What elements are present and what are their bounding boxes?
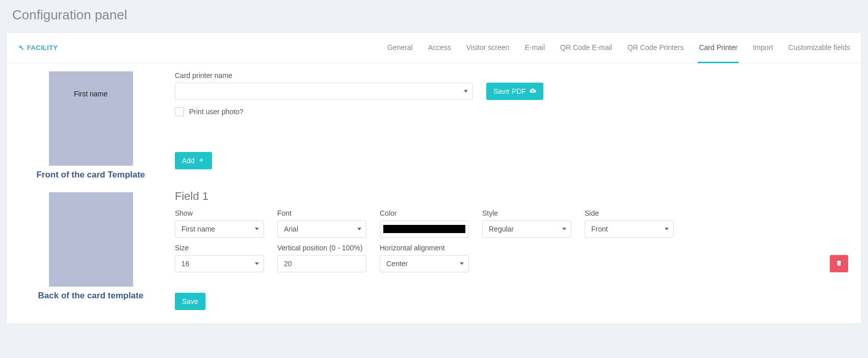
delete-row [175, 255, 851, 272]
printer-name-label: Card printer name [175, 71, 473, 80]
tab-import[interactable]: Import [752, 33, 774, 63]
cloud-download-icon [529, 87, 536, 96]
tab-qr-email[interactable]: QR Code E-mail [559, 33, 613, 63]
font-label: Font [277, 209, 366, 217]
card-front-preview-text: First name [49, 90, 133, 98]
preview-column: First name Front of the card Template Ba… [17, 71, 165, 313]
print-photo-checkbox[interactable] [175, 107, 184, 116]
printer-name-select[interactable] [175, 83, 473, 100]
facility-label-text: FACILITY [27, 44, 58, 52]
vpos-input[interactable] [277, 255, 366, 272]
save-pdf-button[interactable]: Save PDF [486, 83, 543, 100]
show-label: Show [175, 209, 264, 217]
panel-header: FACILITY General Access Visitor screen E… [7, 33, 861, 63]
card-front-preview: First name [49, 71, 133, 166]
style-select[interactable]: Regular [482, 220, 571, 238]
tab-custom-fields[interactable]: Customizable fields [787, 33, 851, 63]
tab-email[interactable]: E-mail [523, 33, 546, 63]
halign-label: Horizontal alignment [380, 244, 469, 252]
tabs: General Access Visitor screen E-mail QR … [386, 33, 851, 63]
print-photo-label: Print user photo? [189, 108, 244, 116]
tab-general[interactable]: General [386, 33, 414, 63]
print-photo-row: Print user photo? [175, 107, 851, 116]
size-label: Size [175, 244, 264, 252]
form-column: Card printer name Save PDF Print [175, 71, 851, 313]
card-back-caption: Back of the card template [38, 291, 144, 301]
tab-access[interactable]: Access [427, 33, 452, 63]
delete-field-button[interactable] [830, 255, 848, 272]
color-input[interactable] [380, 220, 469, 238]
add-label: Add [182, 157, 195, 165]
card-front-caption: Front of the card Template [36, 170, 145, 180]
save-label: Save [182, 297, 198, 305]
tab-visitor-screen[interactable]: Visitor screen [465, 33, 511, 63]
halign-select[interactable]: Center [380, 255, 469, 272]
side-select[interactable]: Front [585, 220, 674, 238]
field1-title: Field 1 [175, 190, 851, 203]
size-select[interactable]: 16 [175, 255, 264, 272]
font-select[interactable]: Arial [277, 220, 366, 238]
save-pdf-label: Save PDF [493, 87, 526, 95]
facility-heading: FACILITY [17, 34, 58, 61]
tab-card-printer[interactable]: Card Printer [698, 33, 738, 63]
plus-icon [198, 157, 205, 165]
save-button[interactable]: Save [175, 293, 205, 310]
printer-row: Card printer name Save PDF [175, 71, 851, 100]
trash-icon [835, 260, 843, 268]
panel-body: First name Front of the card Template Ba… [7, 63, 861, 323]
color-swatch [383, 225, 465, 233]
vpos-label: Vertical position (0 - 100%) [277, 244, 366, 252]
show-select[interactable]: First name [175, 220, 264, 238]
config-panel: FACILITY General Access Visitor screen E… [6, 32, 862, 324]
field1-row1: Show First name Font Arial Color Style R… [175, 209, 851, 238]
add-button[interactable]: Add [175, 152, 212, 169]
tab-qr-printers[interactable]: QR Code Printers [626, 33, 685, 63]
wrench-icon [17, 43, 24, 52]
style-label: Style [482, 209, 571, 217]
page-title: Configuration panel [0, 0, 868, 32]
side-label: Side [585, 209, 674, 217]
color-label: Color [380, 209, 469, 217]
card-back-preview [49, 192, 133, 287]
